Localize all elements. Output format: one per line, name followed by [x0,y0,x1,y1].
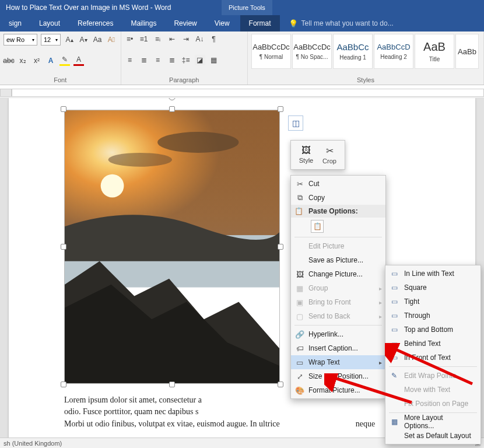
tab-design[interactable]: sign [0,15,30,32]
subscript-icon[interactable]: x₂ [17,55,28,66]
resize-handle[interactable] [278,382,283,387]
tell-me-box[interactable]: 💡 Tell me what you want to do... [289,19,394,28]
multilevel-icon[interactable]: ≡ᵢ [153,34,163,44]
justify-icon[interactable]: ≣ [167,55,177,65]
menu-edit-picture: Edit Picture [291,239,385,253]
chevron-right-icon: ▸ [379,299,382,306]
style-button[interactable]: 🖼 Style [294,144,318,166]
change-case-icon[interactable]: Aa [92,34,103,45]
wrap-behind-text[interactable]: ▭Behind Text [385,337,481,351]
wrap-tight[interactable]: ▭Tight [385,295,481,309]
change-picture-icon: 🖼 [294,270,305,279]
wrap-in-front[interactable]: ▭In Front of Text [385,351,481,365]
menu-format-picture[interactable]: 🎨Format Picture... [291,383,385,397]
font-color-icon[interactable]: A [73,55,84,66]
wrap-through[interactable]: ▭Through [385,309,481,323]
menu-size-position[interactable]: ⤢Size and Position... [291,369,385,383]
align-left-icon[interactable]: ≡ [125,55,135,65]
superscript-icon[interactable]: x² [31,55,42,66]
crop-button[interactable]: ✂ Crop [318,144,341,166]
menu-group: ▦Group▸ [291,281,385,295]
style-heading2[interactable]: AaBbCcDHeading 2 [374,34,413,69]
menu-hyperlink[interactable]: 🔗Hyperlink... [291,327,385,341]
clear-format-icon[interactable]: A⃠ [106,34,117,45]
tab-format[interactable]: Format [240,15,280,32]
tab-view[interactable]: View [206,15,239,32]
style-more[interactable]: AaBb [455,34,479,69]
resize-handle[interactable] [169,106,175,112]
resize-handle[interactable] [278,106,283,112]
resize-handle[interactable] [61,382,66,387]
wrap-inline[interactable]: ▭In Line with Text [385,267,481,281]
send-back-icon: ▢ [294,312,305,321]
borders-icon[interactable]: ▦ [209,55,219,65]
strikethrough-icon[interactable]: abc [3,55,14,66]
edit-points-icon: ✎ [389,372,399,380]
wrap-topbottom-icon: ▭ [389,326,399,334]
rotate-handle[interactable] [169,98,176,100]
decrease-indent-icon[interactable]: ⇤ [167,34,177,44]
layout-icon: ▦ [389,418,399,426]
text-effects-icon[interactable]: A [45,55,56,66]
picture-style-icon: 🖼 [301,145,311,156]
tab-mailings[interactable]: Mailings [122,15,165,32]
style-normal[interactable]: AaBbCcDc¶ Normal [251,34,291,69]
menu-copy[interactable]: ⧉Copy [291,191,385,205]
group-paragraph-label: Paragraph [125,75,244,83]
language-indicator[interactable]: sh (United Kingdom) [3,440,62,447]
paste-option-1[interactable]: 📋 [311,220,324,233]
resize-handle[interactable] [169,382,175,387]
increase-indent-icon[interactable]: ⇥ [181,34,191,44]
line-spacing-icon[interactable]: ‡≡ [181,55,191,65]
sort-icon[interactable]: A↓ [195,34,205,44]
tab-review[interactable]: Review [165,15,205,32]
lightbulb-icon: 💡 [289,19,298,28]
chevron-right-icon: ▸ [379,313,382,320]
group-styles: AaBbCcDc¶ Normal AaBbCcDc¶ No Spac... Aa… [248,32,484,85]
layout-options-button[interactable]: ◫ [288,116,303,131]
menu-save-as-picture[interactable]: Save as Picture... [291,253,385,267]
shading-icon[interactable]: ◪ [195,55,205,65]
wrap-top-bottom[interactable]: ▭Top and Bottom [385,323,481,337]
wrap-fix-position: Fix Position on Page [385,397,481,411]
show-hide-icon[interactable]: ¶ [209,34,219,44]
menu-cut[interactable]: ✂Cut [291,177,385,191]
align-right-icon[interactable]: ≡ [153,55,163,65]
wrap-set-default[interactable]: Set as Default Layout [385,429,481,443]
wrap-text-submenu: ▭In Line with Text ▭Square ▭Tight ▭Throu… [385,265,481,444]
tab-references[interactable]: References [69,15,122,32]
tab-layout[interactable]: Layout [30,15,69,32]
resize-handle[interactable] [61,106,66,112]
svg-point-4 [108,153,172,167]
style-no-spacing[interactable]: AaBbCcDc¶ No Spac... [292,34,332,69]
style-title[interactable]: AaBTitle [415,34,454,69]
size-position-icon: ⤢ [294,372,305,381]
selected-picture[interactable]: ◫ [64,110,280,384]
style-heading1[interactable]: AaBbCcHeading 1 [333,34,373,69]
wrap-text-icon: ▭ [294,358,305,367]
wrap-more-options[interactable]: ▦More Layout Options... [385,415,481,429]
increase-font-icon[interactable]: A▴ [64,34,75,45]
align-center-icon[interactable]: ≣ [139,55,149,65]
resize-handle[interactable] [278,244,283,250]
group-styles-label: Styles [251,75,480,83]
font-family-select[interactable]: ew Ro▾ [3,34,37,46]
menu-wrap-text[interactable]: ▭Wrap Text▸ [291,355,385,369]
decrease-font-icon[interactable]: A▾ [78,34,89,45]
wrap-square[interactable]: ▭Square [385,281,481,295]
chevron-right-icon: ▸ [379,285,382,292]
ribbon: ew Ro▾ 12▾ A▴ A▾ Aa A⃠ abc x₂ x² A ✎ A F… [0,32,484,85]
group-font: ew Ro▾ 12▾ A▴ A▾ Aa A⃠ abc x₂ x² A ✎ A F… [0,32,121,85]
resize-handle[interactable] [61,244,66,250]
copy-icon: ⧉ [294,193,305,202]
menu-insert-caption[interactable]: 🏷Insert Caption... [291,341,385,355]
menu-change-picture[interactable]: 🖼Change Picture... [291,267,385,281]
wrap-behind-icon: ▭ [389,340,399,348]
wrap-move-with-text: Move with Text [385,383,481,397]
highlight-icon[interactable]: ✎ [59,55,70,66]
horizontal-ruler[interactable] [0,85,484,98]
font-size-select[interactable]: 12▾ [41,34,61,46]
tell-me-placeholder: Tell me what you want to do... [301,19,394,27]
bullets-icon[interactable]: ≡• [125,34,135,44]
numbering-icon[interactable]: ≡1 [139,34,149,44]
